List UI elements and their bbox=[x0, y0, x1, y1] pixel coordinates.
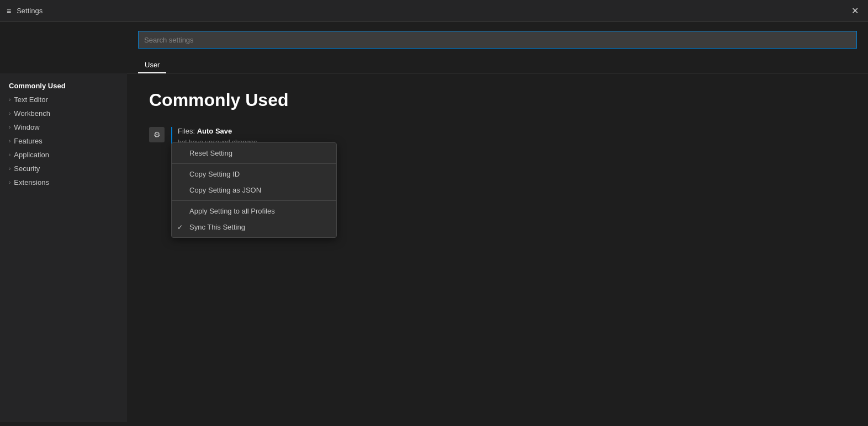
chevron-right-icon: › bbox=[9, 110, 10, 116]
context-menu-divider-2 bbox=[172, 200, 336, 201]
chevron-right-icon: › bbox=[9, 179, 10, 185]
search-input[interactable] bbox=[138, 31, 857, 49]
close-button[interactable]: ✕ bbox=[848, 4, 861, 18]
context-menu-item-label: Sync This Setting bbox=[189, 223, 245, 231]
sidebar-item-extensions[interactable]: › Extensions bbox=[0, 175, 127, 189]
sidebar-item-label: Extensions bbox=[14, 178, 49, 187]
context-menu-item-label: Apply Setting to all Profiles bbox=[189, 207, 275, 215]
context-menu-item-reset[interactable]: Reset Setting bbox=[172, 145, 336, 161]
sidebar-item-text-editor[interactable]: › Text Editor bbox=[0, 93, 127, 106]
sidebar: Commonly Used › Text Editor › Workbench … bbox=[0, 73, 127, 422]
setting-label: Files: Auto Save bbox=[178, 127, 846, 135]
search-container bbox=[127, 22, 868, 53]
sidebar-item-workbench[interactable]: › Workbench bbox=[0, 106, 127, 120]
checkmark-icon: ✓ bbox=[177, 223, 183, 231]
content-title: Commonly Used bbox=[149, 90, 846, 110]
title-bar: ≡ Settings ✕ bbox=[0, 0, 868, 22]
title-bar-title: Settings bbox=[17, 7, 843, 15]
context-menu: Reset Setting Copy Setting ID Copy Setti… bbox=[171, 142, 337, 238]
chevron-right-icon: › bbox=[9, 124, 10, 130]
setting-row-autosave: ⚙ Reset Setting Copy Setting ID Copy Set… bbox=[149, 127, 846, 166]
setting-label-prefix: Files: bbox=[178, 127, 197, 135]
tab-user[interactable]: User bbox=[138, 57, 166, 73]
context-menu-item-label: Reset Setting bbox=[189, 149, 232, 157]
sidebar-item-security[interactable]: › Security bbox=[0, 162, 127, 175]
context-menu-item-label: Copy Setting as JSON bbox=[189, 186, 261, 194]
sidebar-item-commonly-used[interactable]: Commonly Used bbox=[0, 79, 127, 93]
sidebar-item-window[interactable]: › Window bbox=[0, 120, 127, 134]
sidebar-item-label: Window bbox=[14, 123, 39, 131]
chevron-right-icon: › bbox=[9, 97, 10, 103]
gear-icon: ⚙ bbox=[154, 130, 161, 139]
content-area: Commonly Used ⚙ Reset Setting Copy Setti… bbox=[127, 73, 868, 422]
context-menu-item-copy-id[interactable]: Copy Setting ID bbox=[172, 166, 336, 182]
chevron-right-icon: › bbox=[9, 166, 10, 172]
context-menu-item-apply-profiles[interactable]: Apply Setting to all Profiles bbox=[172, 203, 336, 219]
context-menu-item-sync[interactable]: ✓ Sync This Setting bbox=[172, 219, 336, 235]
sidebar-item-label: Workbench bbox=[14, 109, 50, 118]
gear-button[interactable]: ⚙ bbox=[149, 127, 165, 142]
context-menu-item-copy-json[interactable]: Copy Setting as JSON bbox=[172, 182, 336, 198]
tabs-row: User bbox=[127, 53, 868, 73]
sidebar-item-application[interactable]: › Application bbox=[0, 148, 127, 162]
context-menu-item-label: Copy Setting ID bbox=[189, 170, 240, 178]
main-layout: Commonly Used › Text Editor › Workbench … bbox=[0, 73, 868, 422]
chevron-right-icon: › bbox=[9, 152, 10, 158]
setting-label-bold: Auto Save bbox=[197, 127, 232, 135]
sidebar-item-label: Text Editor bbox=[14, 95, 47, 104]
sidebar-item-label: Security bbox=[14, 164, 40, 173]
sidebar-item-label: Commonly Used bbox=[9, 82, 66, 90]
chevron-right-icon: › bbox=[9, 138, 10, 144]
menu-icon: ≡ bbox=[7, 7, 11, 15]
sidebar-item-label: Features bbox=[14, 137, 42, 145]
context-menu-divider-1 bbox=[172, 163, 336, 164]
sidebar-item-features[interactable]: › Features bbox=[0, 134, 127, 148]
sidebar-item-label: Application bbox=[14, 151, 49, 159]
